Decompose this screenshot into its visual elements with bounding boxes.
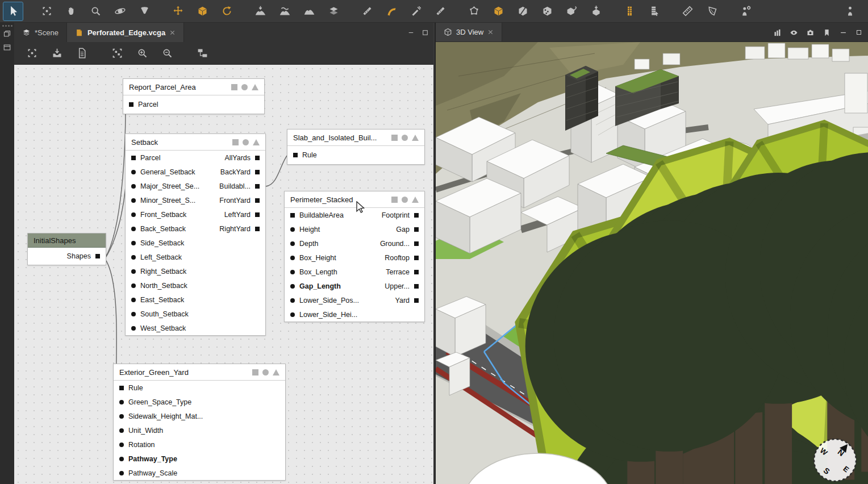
zoom-in-icon[interactable] bbox=[132, 44, 152, 62]
output-port[interactable] bbox=[255, 227, 260, 231]
terrain-raise-tool-icon[interactable] bbox=[251, 2, 270, 20]
panel-maximize-icon[interactable] bbox=[856, 29, 862, 36]
input-port[interactable] bbox=[119, 414, 124, 419]
output-port[interactable] bbox=[255, 184, 260, 189]
open-report-icon[interactable] bbox=[72, 44, 91, 62]
scale-tool-icon[interactable] bbox=[193, 2, 212, 20]
terrain-sculpt-tool-icon[interactable] bbox=[299, 2, 319, 20]
facade-design-tool-icon[interactable] bbox=[620, 2, 639, 20]
input-port[interactable] bbox=[290, 213, 295, 218]
shape-edit-tool-icon[interactable] bbox=[562, 2, 581, 20]
3d-viewport-scene[interactable]: N E S W bbox=[436, 42, 868, 484]
node-setback[interactable]: Setback ParcelAllYards General_SetbackBa… bbox=[125, 133, 266, 336]
shape-draw-tool-icon[interactable] bbox=[464, 2, 483, 20]
graph-canvas[interactable]: Report_Parcel_Area Parcel Setback bbox=[14, 65, 433, 484]
visibility-icon[interactable] bbox=[790, 28, 798, 37]
node-slab-and-isolated[interactable]: Slab_and_Isolated_Buil... Rule bbox=[287, 129, 425, 165]
input-port[interactable] bbox=[131, 198, 136, 203]
frame-all-icon[interactable] bbox=[107, 44, 127, 62]
output-port[interactable] bbox=[414, 227, 419, 232]
terrain-smooth-tool-icon[interactable] bbox=[275, 2, 294, 20]
input-port[interactable] bbox=[290, 312, 295, 317]
input-port[interactable] bbox=[131, 269, 136, 274]
input-port[interactable] bbox=[119, 386, 124, 390]
select-shapes-icon[interactable] bbox=[22, 44, 41, 62]
input-port[interactable] bbox=[131, 255, 136, 260]
input-port[interactable] bbox=[131, 227, 136, 231]
close-icon[interactable] bbox=[169, 30, 176, 36]
street-create-tool-icon[interactable] bbox=[357, 2, 377, 20]
street-curve-tool-icon[interactable] bbox=[382, 2, 401, 20]
input-port[interactable] bbox=[131, 184, 136, 189]
input-port[interactable] bbox=[131, 326, 136, 331]
panel-grip-handle[interactable] bbox=[0, 23, 14, 27]
input-port[interactable] bbox=[290, 241, 295, 246]
input-port[interactable] bbox=[131, 170, 136, 174]
orbit-tool-icon[interactable] bbox=[110, 2, 130, 20]
tab-3d-view[interactable]: 3D View bbox=[436, 23, 502, 41]
node-report-parcel-area[interactable]: Report_Parcel_Area Parcel bbox=[123, 78, 265, 114]
street-freehand-tool-icon[interactable] bbox=[406, 2, 425, 20]
input-port[interactable] bbox=[119, 457, 124, 461]
shape-align-tool-icon[interactable] bbox=[586, 2, 606, 20]
output-port[interactable] bbox=[414, 241, 419, 246]
output-port[interactable] bbox=[95, 254, 100, 258]
move-tool-icon[interactable] bbox=[168, 2, 187, 20]
input-port[interactable] bbox=[290, 270, 295, 274]
look-around-tool-icon[interactable] bbox=[135, 2, 154, 20]
node-perimeter-stacked[interactable]: Perimeter_Stacked BuildableAreaFootprint… bbox=[284, 191, 425, 322]
viewport-layers-icon[interactable] bbox=[773, 28, 782, 37]
panel-maximize-icon[interactable] bbox=[422, 29, 429, 36]
panel-window-icon[interactable] bbox=[0, 40, 14, 54]
output-port[interactable] bbox=[255, 198, 260, 203]
output-port[interactable] bbox=[255, 170, 260, 174]
input-port[interactable] bbox=[131, 212, 136, 217]
node-initial-shapes[interactable]: InitialShapes Shapes bbox=[27, 233, 106, 265]
panel-minimize-icon[interactable] bbox=[839, 28, 848, 37]
input-port[interactable] bbox=[290, 227, 295, 232]
output-port[interactable] bbox=[414, 298, 419, 303]
input-port[interactable] bbox=[119, 400, 124, 404]
input-port[interactable] bbox=[129, 102, 133, 107]
input-port[interactable] bbox=[290, 256, 295, 260]
facade-select-tool-icon[interactable] bbox=[644, 2, 663, 20]
terrain-align-tool-icon[interactable] bbox=[324, 2, 343, 20]
measure-distance-tool-icon[interactable] bbox=[678, 2, 697, 20]
zoom-tool-icon[interactable] bbox=[86, 2, 105, 20]
snapshot-camera-icon[interactable] bbox=[806, 28, 815, 37]
inspect-person-tool-icon[interactable] bbox=[840, 2, 859, 20]
input-port[interactable] bbox=[119, 428, 124, 433]
input-port[interactable] bbox=[131, 283, 136, 288]
output-port[interactable] bbox=[414, 270, 419, 274]
rectangle-select-tool-icon[interactable] bbox=[37, 2, 56, 20]
tab-vcga-file[interactable]: Perforated_Edge.vcga bbox=[67, 23, 184, 42]
pan-tool-icon[interactable] bbox=[61, 2, 81, 20]
output-port[interactable] bbox=[255, 156, 260, 160]
bookmark-icon[interactable] bbox=[823, 28, 831, 37]
panel-restore-icon[interactable] bbox=[0, 27, 14, 40]
rotate-tool-icon[interactable] bbox=[217, 2, 236, 20]
tab-scene[interactable]: *Scene bbox=[14, 23, 67, 42]
generate-models-tool-icon[interactable] bbox=[736, 2, 755, 20]
input-port[interactable] bbox=[293, 153, 298, 157]
input-port[interactable] bbox=[131, 156, 136, 160]
output-port[interactable] bbox=[414, 213, 419, 218]
shape-extrude-tool-icon[interactable] bbox=[489, 2, 508, 20]
input-port[interactable] bbox=[290, 298, 295, 303]
output-port[interactable] bbox=[255, 212, 260, 217]
input-port[interactable] bbox=[119, 471, 124, 475]
input-port[interactable] bbox=[131, 312, 136, 316]
generate-selected-icon[interactable] bbox=[47, 44, 66, 62]
close-icon[interactable] bbox=[487, 29, 494, 35]
input-port[interactable] bbox=[290, 284, 295, 289]
input-port[interactable] bbox=[131, 241, 136, 245]
select-tool-icon[interactable] bbox=[3, 2, 23, 20]
output-port[interactable] bbox=[414, 284, 419, 289]
measure-area-tool-icon[interactable] bbox=[702, 2, 721, 20]
input-port[interactable] bbox=[131, 298, 136, 302]
output-port[interactable] bbox=[414, 256, 419, 260]
zoom-out-icon[interactable] bbox=[157, 44, 177, 62]
shape-detail-tool-icon[interactable] bbox=[537, 2, 557, 20]
auto-layout-icon[interactable] bbox=[193, 44, 212, 62]
input-port[interactable] bbox=[119, 443, 124, 447]
